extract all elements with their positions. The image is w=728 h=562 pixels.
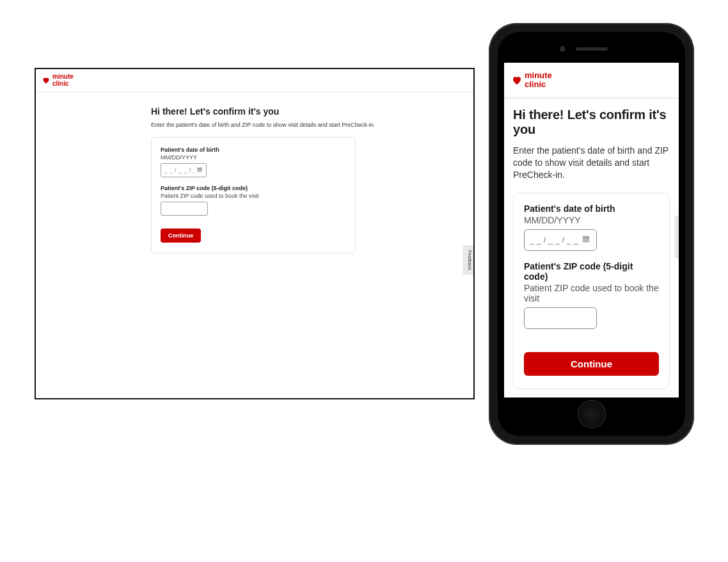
dob-hint: MM/DD/YYYY (161, 154, 346, 161)
brand-logo: minuteclinic (512, 71, 552, 88)
dob-hint: MM/DD/YYYY (524, 215, 659, 225)
zip-input[interactable] (524, 307, 597, 329)
phone-camera-icon (560, 46, 566, 52)
dob-field-group: Patient's date of birth MM/DD/YYYY (524, 204, 659, 251)
page-body: Hi there! Let's confirm it's you Enter t… (504, 97, 679, 397)
continue-button[interactable]: Continue (161, 229, 201, 243)
dob-field-group: Patient's date of birth MM/DD/YYYY (161, 147, 346, 177)
feedback-tab[interactable]: Feedback (463, 246, 473, 275)
desktop-browser-frame: minuteclinic Hi there! Let's confirm it'… (35, 68, 475, 399)
dob-input[interactable] (161, 163, 207, 177)
phone-device-frame: minuteclinic Hi there! Let's confirm it'… (489, 23, 694, 445)
zip-field-group: Patient's ZIP code (5-digit code) Patien… (161, 185, 346, 216)
phone-bezel: minuteclinic Hi there! Let's confirm it'… (498, 32, 685, 436)
phone-home-button-icon (578, 400, 606, 428)
site-header: minuteclinic (504, 63, 679, 97)
brand-logo: minuteclinic (42, 74, 74, 87)
phone-screen: minuteclinic Hi there! Let's confirm it'… (504, 63, 679, 397)
zip-field-group: Patient's ZIP code (5-digit code) Patien… (524, 261, 659, 329)
page-title: Hi there! Let's confirm it's you (513, 108, 670, 137)
zip-label: Patient's ZIP code (5-digit code) (524, 261, 659, 282)
continue-button[interactable]: Continue (524, 352, 659, 376)
page-title: Hi there! Let's confirm it's you (151, 106, 473, 116)
dob-label: Patient's date of birth (524, 204, 659, 214)
heart-icon (512, 76, 522, 85)
brand-name: minuteclinic (525, 71, 552, 88)
heart-icon (42, 77, 50, 84)
zip-hint: Patient ZIP code used to book the visit (161, 193, 346, 199)
zip-hint: Patient ZIP code used to book the visit (524, 283, 659, 303)
phone-speaker-icon (576, 47, 608, 51)
feedback-tab[interactable]: Feedback (675, 216, 679, 258)
zip-input[interactable] (161, 202, 208, 216)
zip-label: Patient's ZIP code (5-digit code) (161, 185, 346, 191)
page-subtitle: Enter the patient's date of birth and ZI… (513, 145, 670, 181)
verify-form-card: Patient's date of birth MM/DD/YYYY Patie… (151, 137, 356, 253)
dob-input[interactable] (524, 229, 597, 251)
brand-name: minuteclinic (52, 74, 74, 87)
dob-label: Patient's date of birth (161, 147, 346, 153)
page-body: Hi there! Let's confirm it's you Enter t… (36, 92, 473, 398)
site-header: minuteclinic (36, 69, 473, 92)
page-subtitle: Enter the patient's date of birth and ZI… (151, 122, 473, 128)
verify-form-card: Patient's date of birth MM/DD/YYYY Patie… (513, 193, 670, 389)
